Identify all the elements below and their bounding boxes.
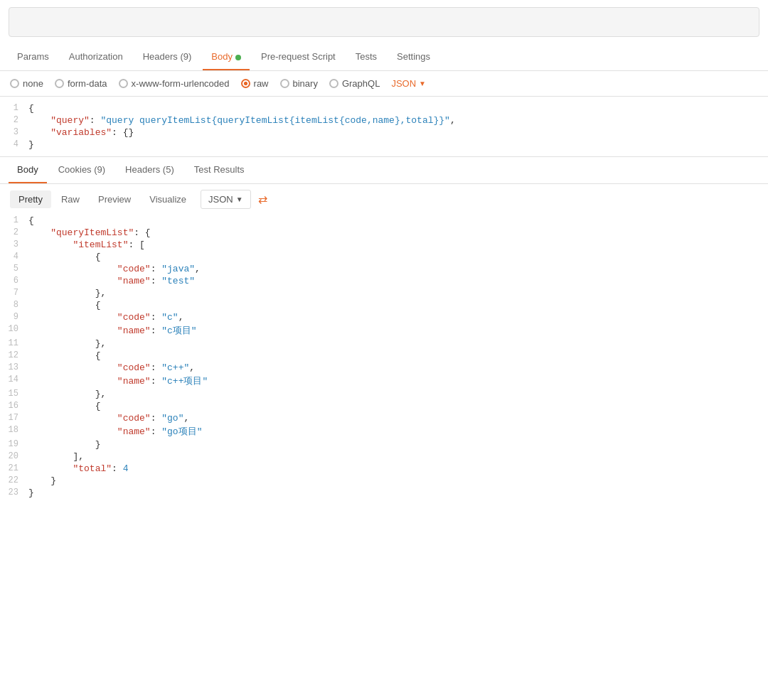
line-number: 19: [0, 439, 28, 449]
response-line-12: 12 {: [0, 350, 768, 362]
line-number: 23: [0, 488, 28, 497]
line-content: {: [28, 401, 768, 411]
response-tab-test-results[interactable]: Test Results: [186, 157, 253, 183]
radio-circle-x-www-form-urlencoded: [119, 79, 128, 88]
line-number: 4: [0, 252, 28, 262]
body-type-label-form-data: form-data: [68, 78, 107, 89]
response-tab-cookies[interactable]: Cookies (9): [50, 157, 114, 183]
response-line-16: 16 {: [0, 400, 768, 412]
line-content: },: [28, 288, 768, 298]
body-type-label-x-www-form-urlencoded: x-www-form-urlencoded: [132, 78, 230, 89]
line-content: },: [28, 389, 768, 399]
response-format-btn-raw[interactable]: Raw: [53, 190, 88, 208]
response-line-19: 19 }: [0, 438, 768, 451]
response-line-4: 4 {: [0, 251, 768, 263]
line-content: "name": "go项目": [28, 425, 768, 438]
request-tab-headers[interactable]: Headers (9): [134, 44, 201, 70]
line-content: ],: [28, 451, 768, 462]
response-line-1: 1{: [0, 215, 768, 227]
line-content: }: [28, 488, 768, 498]
line-number: 17: [0, 413, 28, 423]
response-format-btn-visualize[interactable]: Visualize: [141, 190, 195, 208]
response-line-2: 2 "queryItemList": {: [0, 227, 768, 239]
request-line-4: 4}: [0, 139, 768, 151]
response-line-8: 8 {: [0, 299, 768, 311]
line-number: 20: [0, 451, 28, 461]
line-content: {: [28, 215, 768, 226]
line-content: "code": "c",: [28, 312, 768, 323]
line-number: 22: [0, 475, 28, 485]
body-type-label-none: none: [23, 78, 43, 89]
line-content: }: [28, 139, 768, 150]
response-line-15: 15 },: [0, 388, 768, 400]
line-content: "queryItemList": {: [28, 227, 768, 238]
line-number: 6: [0, 276, 28, 286]
line-content: "name": "c++项目": [28, 375, 768, 387]
line-content: {: [28, 252, 768, 262]
response-format-btn-pretty[interactable]: Pretty: [10, 190, 51, 208]
line-number: 10: [0, 324, 28, 334]
line-number: 2: [0, 227, 28, 237]
request-line-1: 1{: [0, 102, 768, 114]
request-tab-pre-request[interactable]: Pre-request Script: [252, 44, 344, 70]
line-content: "name": "c项目": [28, 324, 768, 337]
body-type-x-www-form-urlencoded[interactable]: x-www-form-urlencoded: [119, 78, 230, 89]
radio-circle-binary: [280, 79, 289, 88]
body-type-none[interactable]: none: [10, 78, 43, 89]
line-number: 8: [0, 300, 28, 310]
response-format-chevron: ▼: [236, 195, 243, 203]
response-line-20: 20 ],: [0, 451, 768, 463]
request-tab-tests[interactable]: Tests: [347, 44, 385, 70]
request-tab-row: ParamsAuthorizationHeaders (9)BodyPre-re…: [0, 44, 768, 71]
request-tab-settings[interactable]: Settings: [388, 44, 439, 70]
line-number: 12: [0, 350, 28, 360]
request-tab-body[interactable]: Body: [203, 44, 250, 70]
response-tab-row: BodyCookies (9)Headers (5)Test Results: [0, 157, 768, 184]
line-content: {: [28, 350, 768, 361]
line-content: {: [28, 300, 768, 311]
response-line-23: 23}: [0, 487, 768, 499]
radio-circle-graphql: [329, 79, 338, 88]
body-type-row: noneform-datax-www-form-urlencodedrawbin…: [0, 71, 768, 97]
line-number: 5: [0, 264, 28, 274]
response-line-13: 13 "code": "c++",: [0, 362, 768, 374]
response-line-5: 5 "code": "java",: [0, 263, 768, 275]
request-body-editor[interactable]: 1{2 "query": "query queryItemList{queryI…: [0, 97, 768, 157]
response-line-3: 3 "itemList": [: [0, 239, 768, 251]
line-content: "code": "go",: [28, 413, 768, 424]
body-type-raw[interactable]: raw: [241, 78, 269, 89]
response-format-label: JSON: [208, 194, 233, 205]
url-input[interactable]: [30, 17, 752, 28]
body-type-form-data[interactable]: form-data: [55, 78, 107, 89]
line-content: "name": "test": [28, 276, 768, 286]
wrap-icon[interactable]: ⇄: [258, 193, 267, 206]
line-number: 13: [0, 362, 28, 372]
line-number: 1: [0, 103, 28, 113]
line-content: {: [28, 103, 768, 114]
json-format-label: JSON: [391, 78, 416, 89]
line-number: 1: [0, 215, 28, 225]
request-tab-authorization[interactable]: Authorization: [60, 44, 132, 70]
line-content: }: [28, 475, 768, 486]
body-type-label-graphql: GraphQL: [342, 78, 380, 89]
body-type-graphql[interactable]: GraphQL: [329, 78, 380, 89]
body-type-binary[interactable]: binary: [280, 78, 318, 89]
line-content: }: [28, 439, 768, 450]
line-content: "itemList": [: [28, 239, 768, 250]
line-number: 16: [0, 401, 28, 411]
body-dot: [235, 55, 241, 60]
request-tab-params[interactable]: Params: [9, 44, 58, 70]
response-tab-headers[interactable]: Headers (5): [117, 157, 183, 183]
body-type-label-raw: raw: [254, 78, 269, 89]
line-number: 3: [0, 127, 28, 137]
response-line-9: 9 "code": "c",: [0, 311, 768, 323]
line-number: 7: [0, 288, 28, 298]
line-content: "code": "c++",: [28, 362, 768, 373]
response-json-selector[interactable]: JSON▼: [201, 190, 251, 209]
line-number: 2: [0, 115, 28, 125]
json-format-selector[interactable]: JSON▼: [391, 78, 426, 89]
json-format-chevron: ▼: [419, 80, 426, 87]
response-tab-body[interactable]: Body: [9, 157, 47, 183]
response-format-btn-preview[interactable]: Preview: [90, 190, 139, 208]
response-line-11: 11 },: [0, 338, 768, 350]
